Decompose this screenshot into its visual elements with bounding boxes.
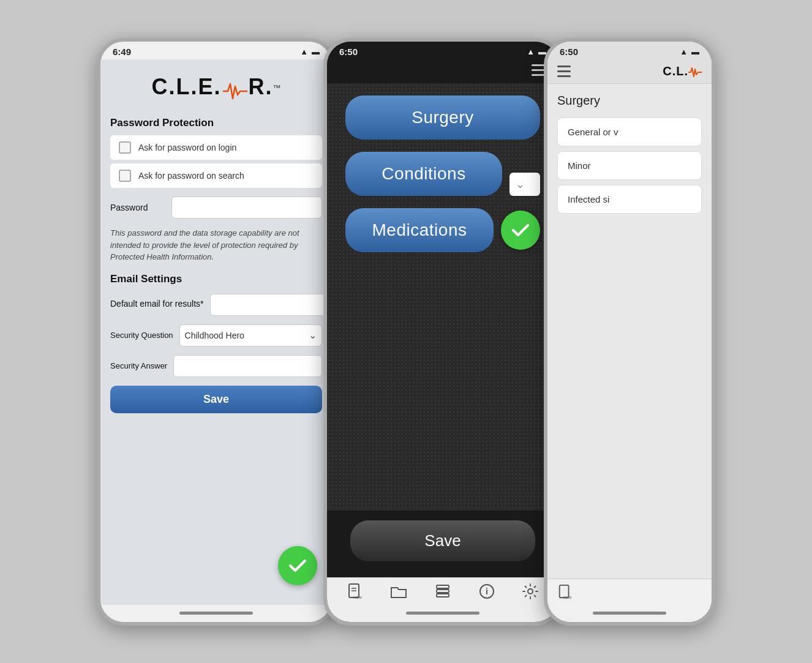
home-bar-3 [593, 612, 666, 615]
hamburger-icon-3[interactable] [557, 66, 571, 77]
battery-icon: ▬ [312, 47, 320, 56]
tab-bar-3: NEW [547, 579, 712, 605]
home-indicator-2 [327, 605, 558, 622]
status-time-3: 6:50 [560, 47, 578, 57]
logo-small-3: C.L. [663, 64, 702, 79]
status-bar-2: 6:50 ▲ ▬ [327, 42, 558, 59]
security-answer-input[interactable] [173, 355, 322, 377]
logo-container: C.L.E.R.™ [110, 74, 322, 103]
tab-bar-2: NEW i [327, 577, 558, 605]
svg-rect-6 [437, 594, 449, 597]
surgery-list-item-1[interactable]: Minor [557, 151, 702, 180]
security-answer-label: Security Answer [110, 361, 167, 370]
security-question-select[interactable]: Childhood Hero ⌄ [179, 324, 322, 346]
status-bar-3: 6:50 ▲ ▬ [547, 42, 712, 59]
surgery-menu-button[interactable]: Surgery [345, 96, 540, 140]
status-icons-2: ▲ ▬ [527, 47, 546, 56]
home-indicator-1 [100, 605, 332, 622]
checkbox-login-label: Ask for password on login [138, 143, 236, 152]
email-label: Default email for results* [110, 294, 204, 309]
screen3-header: C.L. [547, 59, 712, 84]
chevron-down-icon: ⌄ [309, 329, 317, 341]
logo-ecg-icon [223, 80, 247, 102]
surgery-item-label-1: Minor [568, 160, 591, 171]
tab-stack[interactable] [434, 583, 451, 600]
tab-new[interactable]: NEW [347, 583, 364, 600]
conditions-menu-button[interactable]: Conditions [345, 152, 502, 196]
password-row: Password [110, 197, 322, 219]
security-question-row: Security Question Childhood Hero ⌄ [110, 324, 322, 346]
checkbox-login[interactable]: Ask for password on login [110, 135, 322, 160]
tab-settings[interactable] [522, 583, 539, 600]
surgery-section-title: Surgery [557, 94, 702, 108]
security-answer-row: Security Answer [110, 355, 322, 377]
save-button-2[interactable]: Save [350, 520, 535, 561]
hamburger-line-c [557, 75, 571, 77]
password-label: Password [110, 203, 165, 212]
wifi-icon-2: ▲ [527, 47, 535, 56]
save-button-1[interactable]: Save [110, 386, 322, 413]
surgery-list-item-2[interactable]: Infected si [557, 185, 702, 214]
logo: C.L.E.R.™ [151, 74, 280, 103]
menu-content: Surgery Conditions ⌄ Medications [327, 83, 558, 511]
security-question-label: Security Question [110, 331, 173, 340]
screen2-header [327, 59, 558, 83]
hamburger-line-a [557, 66, 571, 67]
tab-new-3[interactable]: NEW [557, 584, 573, 600]
svg-rect-5 [437, 590, 449, 593]
svg-point-9 [528, 589, 533, 594]
disclaimer-text: This password and the data storage capab… [110, 227, 322, 263]
conditions-dropdown[interactable]: ⌄ [509, 173, 540, 196]
checkbox-search-box[interactable] [119, 170, 131, 182]
phone-menu: 6:50 ▲ ▬ Surgery [323, 38, 562, 626]
dropdown-arrow-icon: ⌄ [516, 178, 525, 191]
surgery-list-item-0[interactable]: General or v [557, 118, 702, 146]
battery-icon-3: ▬ [691, 47, 699, 56]
conditions-row: Conditions ⌄ [345, 152, 540, 196]
status-icons-1: ▲ ▬ [300, 47, 320, 56]
settings-screen: C.L.E.R.™ Password Protection Ask for pa… [100, 59, 332, 605]
svg-text:NEW: NEW [353, 596, 362, 599]
svg-text:NEW: NEW [563, 596, 572, 599]
home-bar-2 [406, 612, 479, 615]
medications-row: Medications [345, 208, 540, 252]
status-icons-3: ▲ ▬ [680, 47, 699, 56]
tab-folder[interactable] [390, 583, 407, 600]
surgery-item-label-0: General or v [568, 127, 618, 137]
surgery-item-label-2: Infected si [568, 194, 609, 204]
svg-rect-4 [437, 585, 449, 588]
medications-menu-button[interactable]: Medications [345, 208, 494, 252]
checkbox-login-box[interactable] [119, 141, 131, 154]
security-question-value: Childhood Hero [185, 331, 309, 340]
email-input[interactable] [210, 294, 328, 316]
status-time-2: 6:50 [339, 47, 358, 57]
conditions-label: Conditions [382, 164, 465, 183]
phone-settings: 6:49 ▲ ▬ C.L.E.R.™ Password Protection [97, 38, 336, 626]
screen2-bottom: Save [327, 511, 558, 577]
wifi-icon-3: ▲ [680, 47, 688, 56]
svg-text:i: i [486, 586, 488, 596]
logo-ecg-icon-small [688, 66, 702, 78]
email-row: Default email for results* [110, 294, 322, 316]
home-bar-1 [179, 612, 253, 615]
wifi-icon: ▲ [300, 47, 308, 56]
hamburger-line-b [557, 70, 571, 72]
checkmark-badge-2 [501, 211, 540, 250]
password-section-title: Password Protection [110, 117, 322, 129]
surgery-screen-content: Surgery General or v Minor Infected si [547, 84, 712, 578]
checkbox-search[interactable]: Ask for password on search [110, 163, 322, 188]
tab-info[interactable]: i [478, 583, 495, 600]
email-section-title: Email Settings [110, 273, 322, 285]
status-time-1: 6:49 [113, 47, 131, 57]
checkbox-search-label: Ask for password on search [138, 171, 244, 181]
status-bar-1: 6:49 ▲ ▬ [100, 42, 332, 59]
password-input[interactable] [171, 197, 322, 219]
home-indicator-3 [547, 605, 712, 622]
surgery-label: Surgery [412, 108, 474, 127]
checkmark-badge-1 [278, 546, 317, 585]
phone-surgery: 6:50 ▲ ▬ C.L. Surgery [544, 38, 715, 626]
medications-label: Medications [372, 220, 467, 239]
